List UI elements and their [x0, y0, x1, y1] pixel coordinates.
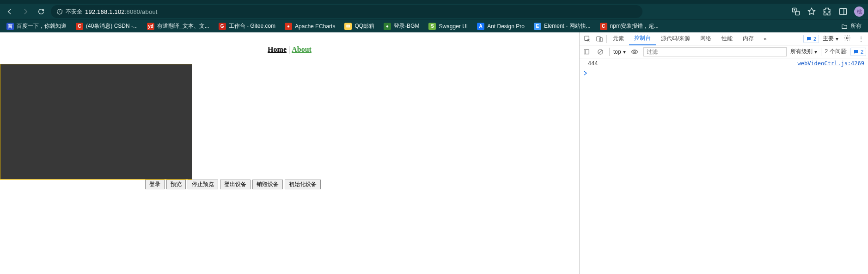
page-pane: Home | About 登录预览停止预览登出设备销毁设备初始化设备 — [0, 32, 579, 274]
console-source-link[interactable]: webVideoCtrl.js:4269 — [798, 60, 865, 67]
devtools-pane: 元素控制台源代码/来源网络性能内存 » 2 主要 ▾ ⋮ — [579, 32, 868, 274]
bookmark-label: (40条消息) CSDN -... — [86, 22, 138, 30]
bookmark-favicon: yd — [147, 23, 154, 30]
bookmark-favicon: ● — [384, 23, 391, 30]
bookmark-item[interactable]: Cnpm安装报错，超... — [596, 21, 662, 31]
bookmark-label: QQ邮箱 — [355, 22, 374, 30]
bookmark-item[interactable]: yd有道翻译_文本、文... — [143, 21, 213, 31]
destroy-device-button[interactable]: 销毁设备 — [252, 180, 283, 189]
device-toolbar-icon[interactable] — [593, 33, 605, 45]
reload-button[interactable] — [35, 6, 47, 18]
bookmark-label: 登录-BGM — [394, 22, 419, 30]
bookmark-favicon: C — [76, 23, 83, 30]
url-text: 192.168.1.102:8080/about — [85, 8, 158, 15]
inspect-element-icon[interactable] — [581, 33, 593, 45]
controls-row: 登录预览停止预览登出设备销毁设备初始化设备 — [145, 180, 321, 189]
address-bar[interactable]: 不安全 192.168.1.102:8080/about — [51, 5, 642, 18]
svg-rect-7 — [584, 50, 589, 54]
bookmark-favicon: ● — [285, 23, 292, 30]
bookmark-star-icon[interactable] — [807, 7, 816, 16]
insecure-label: 不安全 — [66, 8, 82, 16]
svg-point-6 — [846, 37, 848, 39]
bookmark-label: Apache ECharts — [295, 23, 335, 30]
forward-button[interactable] — [19, 6, 31, 18]
message-count-badge[interactable]: 2 — [803, 35, 819, 43]
bookmark-label: 工作台 - Gitee.com — [229, 22, 275, 30]
issues-indicator[interactable]: 2 个问题: 2 — [825, 48, 866, 56]
bookmark-label: Swagger UI — [439, 23, 468, 30]
svg-point-9 — [634, 51, 636, 53]
devtools-tab[interactable]: 源代码/来源 — [656, 32, 695, 45]
bookmark-item[interactable]: G工作台 - Gitee.com — [215, 21, 279, 31]
nav-about-link[interactable]: About — [292, 45, 312, 53]
logout-device-button[interactable]: 登出设备 — [220, 180, 251, 189]
bookmark-label: 有道翻译_文本、文... — [157, 22, 209, 30]
stop-preview-button[interactable]: 停止预览 — [188, 180, 218, 189]
extensions-icon[interactable] — [823, 7, 832, 16]
browser-toolbar: 不安全 192.168.1.102:8080/about 桃 — [0, 4, 868, 19]
devtools-tab[interactable]: 内存 — [738, 32, 759, 45]
bookmark-item[interactable]: ✉QQ邮箱 — [341, 21, 378, 31]
all-bookmarks-button[interactable]: 所有 — [837, 21, 865, 31]
devtools-tab[interactable]: 元素 — [608, 32, 629, 45]
bookmark-favicon: 百 — [6, 23, 14, 30]
nav-home-link[interactable]: Home — [268, 45, 287, 53]
page-nav: Home | About — [0, 45, 579, 54]
profile-avatar[interactable]: 桃 — [854, 6, 864, 17]
bookmark-favicon: E — [534, 23, 541, 30]
devtools-tabs: 元素控制台源代码/来源网络性能内存 » 2 主要 ▾ ⋮ — [580, 32, 868, 45]
video-preview-box[interactable] — [0, 64, 192, 180]
side-panel-icon[interactable] — [838, 7, 848, 16]
bookmark-item[interactable]: EElement - 网站快... — [530, 21, 594, 31]
translate-icon[interactable] — [791, 7, 801, 16]
console-sidebar-toggle-icon[interactable] — [581, 47, 592, 57]
console-filter-bar: top▾ 所有级别▾ 2 个问题: 2 — [580, 45, 868, 58]
bookmark-item[interactable]: SSwagger UI — [425, 21, 471, 31]
console-prompt[interactable] — [580, 68, 868, 77]
console-message: 444 — [588, 60, 798, 67]
bookmark-item[interactable]: AAnt Design Pro — [473, 21, 528, 31]
bookmark-favicon: C — [600, 23, 607, 30]
svg-rect-2 — [840, 8, 847, 14]
context-selector[interactable]: top▾ — [613, 49, 626, 55]
devtools-kebab-icon[interactable]: ⋮ — [856, 36, 866, 42]
settings-gear-icon[interactable] — [842, 34, 852, 43]
clear-console-icon[interactable] — [595, 47, 605, 57]
devtools-tab[interactable]: 性能 — [716, 32, 738, 45]
tabs-overflow-icon[interactable]: » — [759, 36, 771, 42]
main-dropdown[interactable]: 主要 ▾ — [823, 35, 838, 43]
bookmark-favicon: S — [428, 23, 436, 30]
bookmark-favicon: G — [219, 23, 226, 30]
console-line: 444webVideoCtrl.js:4269 — [580, 59, 868, 68]
bookmark-item[interactable]: 百百度一下，你就知道 — [3, 21, 70, 31]
insecure-icon — [56, 8, 63, 15]
bookmark-item[interactable]: ●登录-BGM — [380, 21, 423, 31]
console-filter-input[interactable] — [643, 47, 787, 56]
init-device-button[interactable]: 初始化设备 — [285, 180, 321, 189]
devtools-tab[interactable]: 控制台 — [629, 32, 656, 45]
nav-separator: | — [287, 45, 292, 53]
back-button[interactable] — [4, 6, 16, 18]
tab-strip — [0, 0, 868, 4]
log-levels-dropdown[interactable]: 所有级别▾ — [790, 48, 817, 56]
bookmark-label: Ant Design Pro — [487, 23, 525, 30]
live-expression-icon[interactable] — [630, 47, 640, 57]
browser-chrome: 不安全 192.168.1.102:8080/about 桃 百百度一下，你就知… — [0, 0, 868, 32]
bookmark-favicon: ✉ — [344, 23, 352, 30]
bookmark-item[interactable]: ●Apache ECharts — [281, 21, 339, 31]
bookmark-label: npm安装报错，超... — [610, 22, 659, 30]
devtools-tab[interactable]: 网络 — [695, 32, 716, 45]
preview-button[interactable]: 预览 — [166, 180, 186, 189]
content-split: Home | About 登录预览停止预览登出设备销毁设备初始化设备 元素控制台… — [0, 32, 868, 274]
console-output: 444webVideoCtrl.js:4269 — [580, 58, 868, 274]
bookmark-label: 百度一下，你就知道 — [17, 22, 67, 30]
login-button[interactable]: 登录 — [145, 180, 165, 189]
bookmark-label: Element - 网站快... — [544, 22, 591, 30]
bookmark-item[interactable]: C(40条消息) CSDN -... — [72, 21, 141, 31]
bookmark-favicon: A — [477, 23, 484, 30]
bookmarks-bar: 百百度一下，你就知道C(40条消息) CSDN -...yd有道翻译_文本、文.… — [0, 19, 868, 32]
